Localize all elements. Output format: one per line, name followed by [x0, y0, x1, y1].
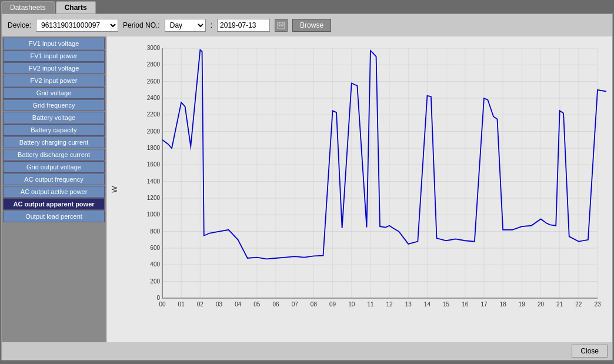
- sidebar-item-14[interactable]: Output load percent: [3, 211, 105, 222]
- sidebar-item-0[interactable]: FV1 input voltage: [3, 38, 105, 49]
- browse-button[interactable]: Browse: [292, 19, 331, 32]
- chart-area: W: [106, 36, 612, 342]
- y-axis-label: W: [111, 186, 119, 192]
- period-select[interactable]: Day Month Year: [165, 19, 206, 32]
- device-label: Device:: [8, 21, 31, 29]
- tabs-bar: Datasheets Charts: [0, 0, 614, 14]
- colon-separator: :: [211, 21, 212, 29]
- period-label: Period NO.:: [123, 21, 160, 29]
- sidebar-item-13[interactable]: AC output apparent power: [3, 198, 105, 210]
- sidebar-item-11[interactable]: AC output frequency: [3, 173, 105, 185]
- chart-canvas: [136, 42, 606, 319]
- sidebar-item-7[interactable]: Battery capacity: [3, 124, 105, 136]
- close-button[interactable]: Close: [572, 345, 608, 358]
- svg-rect-6: [282, 25, 283, 26]
- sidebar-item-2[interactable]: FV2 input voltage: [3, 62, 105, 74]
- main-content: Device: 961319031000097 Period NO.: Day …: [1, 14, 613, 360]
- sidebar-item-8[interactable]: Battery charging current: [3, 136, 105, 148]
- calendar-button[interactable]: [275, 19, 288, 32]
- sidebar-item-1[interactable]: FV1 input power: [3, 50, 105, 62]
- sidebar-item-9[interactable]: Battery discharge current: [3, 149, 105, 161]
- sidebar: FV1 input voltageFV1 input powerFV2 inpu…: [2, 36, 106, 342]
- sidebar-item-3[interactable]: FV2 input power: [3, 75, 105, 86]
- sidebar-item-10[interactable]: Grid output voltage: [3, 161, 105, 173]
- svg-rect-5: [281, 25, 282, 26]
- sidebar-item-12[interactable]: AC output active power: [3, 186, 105, 198]
- device-select[interactable]: 961319031000097: [36, 19, 118, 32]
- date-input[interactable]: [217, 19, 270, 32]
- calendar-icon: [277, 21, 285, 29]
- tab-charts[interactable]: Charts: [56, 1, 96, 14]
- toolbar: Device: 961319031000097 Period NO.: Day …: [2, 14, 612, 36]
- sidebar-item-5[interactable]: Grid frequency: [3, 99, 105, 111]
- sidebar-item-6[interactable]: Battery voltage: [3, 112, 105, 123]
- sidebar-item-4[interactable]: Grid voltage: [3, 87, 105, 99]
- footer: Close: [2, 342, 612, 360]
- body-area: FV1 input voltageFV1 input powerFV2 inpu…: [2, 36, 612, 342]
- tab-datasheets[interactable]: Datasheets: [1, 1, 55, 14]
- svg-rect-4: [279, 25, 280, 26]
